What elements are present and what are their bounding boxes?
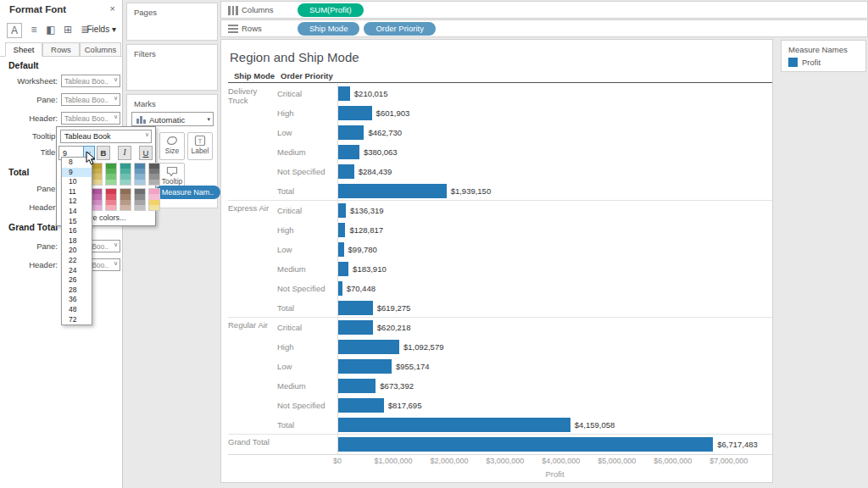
order-priority-label[interactable]: Low bbox=[277, 357, 337, 376]
ship-mode-label[interactable] bbox=[228, 396, 277, 415]
font-size-option[interactable]: 18 bbox=[62, 236, 92, 247]
palette-swatch[interactable] bbox=[105, 188, 117, 211]
font-size-option[interactable]: 26 bbox=[62, 275, 92, 286]
palette-swatch[interactable] bbox=[120, 163, 131, 186]
ship-mode-label[interactable] bbox=[228, 181, 277, 200]
ship-mode-label[interactable]: Grand Total bbox=[228, 435, 277, 454]
bar[interactable] bbox=[338, 125, 364, 140]
font-size-option[interactable]: 9 bbox=[62, 168, 92, 178]
bar[interactable] bbox=[338, 281, 342, 296]
font-size-option[interactable]: 14 bbox=[62, 207, 92, 217]
mark-type-dropdown[interactable]: Automatic ▾ bbox=[131, 112, 214, 126]
palette-swatch[interactable] bbox=[148, 188, 160, 211]
order-priority-label[interactable]: Not Specified bbox=[277, 162, 337, 181]
ship-mode-label[interactable] bbox=[228, 337, 277, 357]
ship-mode-header[interactable]: Ship Mode bbox=[234, 71, 275, 80]
measure-names-pill[interactable]: Measure Nam.. bbox=[155, 186, 220, 199]
ship-mode-label[interactable] bbox=[228, 123, 277, 142]
order-priority-header[interactable]: Order Priority bbox=[281, 71, 333, 80]
bar[interactable] bbox=[338, 223, 345, 237]
italic-button[interactable]: I bbox=[118, 146, 131, 160]
shelf-pill[interactable]: Ship Mode bbox=[298, 22, 359, 36]
palette-swatch[interactable] bbox=[134, 163, 146, 186]
worksheet-font-dropdown[interactable]: Tableau Boo.. ∨ bbox=[61, 75, 120, 87]
mark-button-label[interactable]: TLabel bbox=[187, 132, 213, 160]
font-size-option[interactable]: 10 bbox=[62, 177, 92, 187]
palette-swatch[interactable] bbox=[148, 163, 160, 186]
bar[interactable] bbox=[338, 418, 570, 432]
ship-mode-label[interactable] bbox=[228, 298, 277, 317]
ship-mode-label[interactable] bbox=[228, 240, 277, 259]
header-font-dropdown[interactable]: Tableau Boo.. ∨ bbox=[61, 112, 120, 125]
x-axis[interactable]: $0$1,000,000$2,000,000$3,000,000$4,000,0… bbox=[337, 457, 772, 467]
shading-icon[interactable]: ◧ bbox=[43, 23, 58, 38]
bold-button[interactable]: B bbox=[97, 146, 110, 160]
order-priority-label[interactable]: Critical bbox=[277, 84, 337, 103]
bar[interactable] bbox=[338, 301, 373, 315]
tab-columns[interactable]: Columns bbox=[80, 42, 121, 57]
bar[interactable] bbox=[338, 320, 373, 335]
order-priority-label[interactable]: Medium bbox=[277, 376, 337, 396]
ship-mode-label[interactable]: Express Air bbox=[228, 201, 277, 220]
rows-shelf[interactable]: Rows Ship ModeOrder Priority bbox=[220, 19, 868, 37]
ship-mode-label[interactable] bbox=[228, 279, 277, 298]
order-priority-label[interactable]: High bbox=[277, 220, 337, 240]
bar[interactable] bbox=[338, 184, 447, 198]
order-priority-label[interactable]: Not Specified bbox=[277, 396, 337, 415]
ship-mode-label[interactable]: Delivery Truck bbox=[228, 84, 277, 103]
ship-mode-label[interactable] bbox=[228, 103, 277, 123]
order-priority-label[interactable]: High bbox=[277, 103, 337, 123]
ship-mode-label[interactable] bbox=[228, 357, 277, 376]
font-family-dropdown[interactable]: Tableau Book ∨ bbox=[60, 130, 152, 143]
order-priority-label[interactable]: Low bbox=[277, 123, 337, 142]
bar[interactable] bbox=[338, 398, 384, 413]
font-size-option[interactable]: 12 bbox=[62, 197, 92, 207]
order-priority-label[interactable]: Not Specified bbox=[277, 279, 337, 298]
font-size-option[interactable]: 48 bbox=[62, 305, 92, 315]
ship-mode-label[interactable] bbox=[228, 142, 277, 162]
order-priority-label[interactable]: Critical bbox=[277, 318, 337, 337]
tab-rows[interactable]: Rows bbox=[42, 42, 80, 57]
font-icon[interactable]: A bbox=[7, 23, 22, 38]
palette-swatch[interactable] bbox=[105, 163, 117, 186]
bar[interactable] bbox=[338, 379, 376, 393]
order-priority-label[interactable] bbox=[277, 435, 337, 454]
palette-swatch[interactable] bbox=[120, 188, 131, 211]
fields-dropdown[interactable]: Fields ▾ bbox=[87, 25, 117, 34]
bar[interactable] bbox=[338, 437, 713, 452]
bar[interactable] bbox=[338, 262, 348, 276]
order-priority-label[interactable]: High bbox=[277, 337, 337, 357]
ship-mode-label[interactable] bbox=[228, 162, 277, 181]
order-priority-label[interactable]: Total bbox=[277, 298, 337, 317]
ship-mode-label[interactable]: Regular Air bbox=[228, 318, 277, 337]
font-size-option[interactable]: 16 bbox=[62, 226, 92, 236]
bar[interactable] bbox=[338, 340, 399, 354]
legend-item[interactable]: Profit bbox=[788, 58, 821, 67]
alignment-icon[interactable]: ≡ bbox=[26, 23, 42, 38]
font-size-option[interactable]: 20 bbox=[62, 246, 92, 256]
order-priority-label[interactable]: Low bbox=[277, 240, 337, 259]
close-icon[interactable]: × bbox=[110, 3, 115, 14]
bar[interactable] bbox=[338, 164, 354, 179]
order-priority-label[interactable]: Critical bbox=[277, 201, 337, 220]
mark-button-size[interactable]: Size bbox=[159, 132, 185, 160]
bar[interactable] bbox=[338, 242, 344, 257]
underline-button[interactable]: U bbox=[139, 146, 153, 160]
ship-mode-label[interactable] bbox=[228, 259, 277, 279]
palette-swatch[interactable] bbox=[91, 188, 103, 211]
font-size-option[interactable]: 24 bbox=[62, 266, 92, 276]
bar[interactable] bbox=[338, 359, 392, 374]
ship-mode-label[interactable] bbox=[228, 415, 277, 434]
order-priority-label[interactable]: Medium bbox=[277, 142, 337, 162]
columns-shelf[interactable]: Columns SUM(Profit) bbox=[220, 1, 868, 19]
font-size-option[interactable]: 15 bbox=[62, 217, 92, 227]
bar[interactable] bbox=[338, 86, 350, 101]
bar[interactable] bbox=[338, 145, 359, 159]
order-priority-label[interactable]: Total bbox=[277, 181, 337, 200]
palette-swatch[interactable] bbox=[134, 188, 146, 211]
font-size-option[interactable]: 72 bbox=[62, 315, 92, 325]
font-size-option[interactable]: 36 bbox=[62, 295, 92, 305]
font-size-option[interactable]: 28 bbox=[62, 286, 92, 296]
order-priority-label[interactable]: Medium bbox=[277, 259, 337, 279]
bar[interactable] bbox=[338, 106, 372, 120]
